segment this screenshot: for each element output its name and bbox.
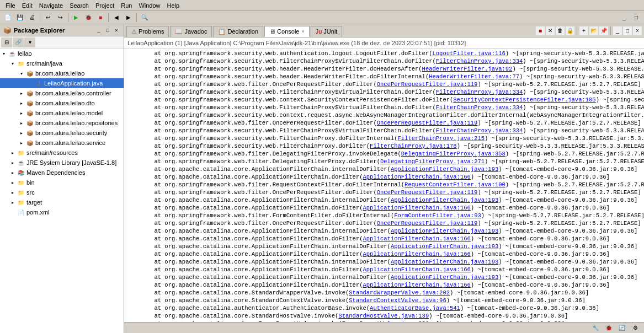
console-link[interactable]: ApplicationFilterChain.java:193 bbox=[391, 243, 498, 250]
console-link[interactable]: StandardWrapperValve.java:202 bbox=[349, 289, 450, 296]
tree-item-leilao-application[interactable]: ▸ J LeilaoApplication.java bbox=[0, 78, 124, 88]
redo-button[interactable]: ↪ bbox=[55, 13, 66, 23]
new-button[interactable]: 📄 bbox=[2, 13, 13, 23]
console-link[interactable]: ApplicationFilterChain.java:193 bbox=[391, 197, 498, 203]
tree-item-pkg-dto[interactable]: ▸ 📦 br.com.alura.leilao.dto bbox=[0, 98, 124, 108]
console-link[interactable]: ApplicationFilterChain.java:166 bbox=[363, 282, 470, 288]
gear-icon[interactable]: ⚙ bbox=[630, 323, 641, 333]
console-link[interactable]: FilterChainProxy.java:334 bbox=[436, 127, 523, 134]
console-link[interactable]: FormContentFilter.java:93 bbox=[394, 212, 481, 219]
tree-item-target[interactable]: ▸ 📁 target bbox=[0, 197, 124, 207]
console-link[interactable]: StandardContextValve.java:96 bbox=[349, 297, 446, 304]
console-link[interactable]: ApplicationFilterChain.java:166 bbox=[363, 235, 470, 242]
search-btn[interactable]: 🔍 bbox=[139, 13, 150, 23]
print-button[interactable]: 🖨 bbox=[26, 13, 38, 23]
console-link[interactable]: HeaderWriterFilter.java:77 bbox=[429, 73, 519, 80]
tab-javadoc[interactable]: 📖 Javadoc bbox=[170, 26, 212, 37]
tree-item-pkg-repositories[interactable]: ▸ 📦 br.com.alura.leilao.repositories bbox=[0, 118, 124, 128]
console-link[interactable]: ApplicationFilterChain.java:193 bbox=[391, 166, 498, 173]
console-link[interactable]: ApplicationFilterChain.java:193 bbox=[391, 274, 498, 281]
console-link[interactable]: HeaderWriterFilter.java:92 bbox=[422, 66, 513, 72]
collapse-all-button[interactable]: ⊟ bbox=[1, 37, 12, 47]
tree-item-pom[interactable]: ▸ 📄 pom.xml bbox=[0, 207, 124, 217]
wrench-icon[interactable]: 🔧 bbox=[590, 323, 601, 333]
console-link[interactable]: ApplicationFilterChain.java:193 bbox=[391, 259, 498, 265]
tree-item-pkg-controller[interactable]: ▸ 📦 br.com.alura.leilao.controller bbox=[0, 88, 124, 98]
menu-edit[interactable]: Edit bbox=[19, 2, 36, 9]
tab-declaration[interactable]: 📋 Declaration bbox=[213, 26, 263, 37]
debug-button[interactable]: 🐞 bbox=[83, 13, 94, 23]
console-link[interactable]: ApplicationFilterChain.java:166 bbox=[363, 174, 470, 180]
menu-navigate[interactable]: Navigate bbox=[36, 2, 66, 9]
console-link[interactable]: ApplicationFilterChain.java:166 bbox=[363, 266, 470, 273]
console-link[interactable]: DelegatingFilterProxy.java:358 bbox=[401, 151, 505, 157]
console-output[interactable]: at org.springframework.security.web.auth… bbox=[124, 49, 644, 322]
tree-item-jre[interactable]: ▸ ☕ JRE System Library [JavaSE-1.8] bbox=[0, 158, 124, 168]
terminate-button[interactable]: ■ bbox=[536, 26, 545, 35]
open-file-button[interactable]: 📂 bbox=[589, 26, 598, 35]
menu-run[interactable]: Run bbox=[118, 2, 135, 9]
scroll-lock-button[interactable]: 🔒 bbox=[566, 26, 574, 35]
tree-item-maven[interactable]: ▸ 📚 Maven Dependencies bbox=[0, 168, 124, 178]
console-link[interactable]: FilterChainProxy.java:334 bbox=[436, 58, 523, 65]
console-link[interactable]: OncePerRequestFilter.java:119 bbox=[377, 120, 478, 126]
console-link[interactable]: FilterChainProxy.java:334 bbox=[436, 104, 523, 111]
refresh-icon[interactable]: 🔄 bbox=[616, 323, 627, 333]
menu-help[interactable]: Help bbox=[164, 2, 183, 9]
view-menu-button[interactable]: ▾ bbox=[24, 37, 35, 47]
console-link[interactable]: FilterChainProxy.java:178 bbox=[370, 143, 457, 149]
sidebar-maximize-button[interactable]: □ bbox=[104, 26, 111, 34]
tree-item-pkg-service[interactable]: ▸ 📦 br.com.alura.leilao.service bbox=[0, 138, 124, 148]
console-link[interactable]: FilterChainProxy.java:215 bbox=[398, 135, 485, 142]
sidebar-minimize-button[interactable]: _ bbox=[95, 26, 103, 34]
toolbar-sep-3 bbox=[108, 13, 109, 22]
tree-item-bin[interactable]: ▸ 📁 bin bbox=[0, 178, 124, 187]
tab-console-close[interactable]: × bbox=[301, 29, 304, 34]
sidebar-close-button[interactable]: × bbox=[113, 26, 120, 34]
stop-button[interactable]: ■ bbox=[95, 13, 106, 23]
debug-icon[interactable]: 🐞 bbox=[603, 323, 614, 333]
pin-console-button[interactable]: 📌 bbox=[599, 26, 608, 35]
menu-window[interactable]: Window bbox=[135, 2, 163, 9]
back-button[interactable]: ◀ bbox=[111, 13, 122, 23]
link-editor-button[interactable]: 🔗 bbox=[13, 37, 24, 47]
tree-item-pkg-model[interactable]: ▸ 📦 br.com.alura.leilao.model bbox=[0, 108, 124, 118]
save-button[interactable]: 💾 bbox=[14, 13, 25, 23]
remove-launch-button[interactable]: ✕ bbox=[546, 26, 555, 35]
tree-item-pkg-security[interactable]: ▸ 📦 br.com.alura.leilao.security bbox=[0, 128, 124, 138]
menu-file[interactable]: File bbox=[2, 2, 19, 9]
tree-item-src-main-java[interactable]: ▾ 📁 src/main/java bbox=[0, 58, 124, 68]
undo-button[interactable]: ↩ bbox=[42, 13, 54, 23]
tree-item-src[interactable]: ▸ 📁 src bbox=[0, 187, 124, 197]
maximize-view-button[interactable]: □ bbox=[631, 13, 642, 23]
console-close-button[interactable]: × bbox=[633, 26, 642, 35]
console-link[interactable]: OncePerRequestFilter.java:119 bbox=[377, 220, 478, 227]
console-link[interactable]: StandardHostValve.java:139 bbox=[338, 313, 429, 319]
console-maximize-button[interactable]: □ bbox=[623, 26, 632, 35]
new-console-button[interactable]: + bbox=[579, 26, 588, 35]
console-minimize-button[interactable]: _ bbox=[613, 26, 622, 35]
console-link[interactable]: RequestContextFilter.java:100 bbox=[405, 181, 505, 188]
menu-project[interactable]: Project bbox=[92, 2, 118, 9]
clear-console-button[interactable]: 🗑 bbox=[556, 26, 565, 35]
console-link[interactable]: LogoutFilter.java:116 bbox=[433, 50, 505, 57]
run-button[interactable]: ▶ bbox=[71, 13, 82, 23]
minimize-view-button[interactable]: _ bbox=[619, 13, 630, 23]
console-link[interactable]: ApplicationFilterChain.java:193 bbox=[391, 228, 498, 234]
console-link[interactable]: OncePerRequestFilter.java:119 bbox=[377, 189, 478, 196]
console-link[interactable]: FilterChainProxy.java:334 bbox=[436, 89, 523, 95]
tab-problems[interactable]: ⚠ Problems bbox=[126, 26, 169, 37]
tree-item-br-com-alura-leilao[interactable]: ▾ 📦 br.com.alura.leilao bbox=[0, 68, 124, 78]
console-link[interactable]: OncePerRequestFilter.java:119 bbox=[377, 81, 478, 88]
tree-item-src-main-resources[interactable]: ▸ 📁 src/main/resources bbox=[0, 148, 124, 158]
console-link[interactable]: ApplicationFilterChain.java:166 bbox=[363, 205, 470, 211]
forward-button[interactable]: ▶ bbox=[123, 13, 134, 23]
console-link[interactable]: SecurityContextPersistenceFilter.java:10… bbox=[453, 96, 595, 103]
tab-console[interactable]: 🖥 Console × bbox=[264, 26, 310, 37]
menu-search[interactable]: Search bbox=[66, 2, 92, 9]
console-link[interactable]: ApplicationFilterChain.java:166 bbox=[363, 251, 470, 257]
console-link[interactable]: AuthenticatorBase.java:541 bbox=[370, 305, 460, 311]
tree-item-leilao[interactable]: ▾ ☕ leilao bbox=[0, 49, 124, 58]
console-link[interactable]: DelegatingFilterProxy.java:271 bbox=[380, 158, 485, 165]
tab-junit[interactable]: Ju JUnit bbox=[311, 26, 343, 37]
